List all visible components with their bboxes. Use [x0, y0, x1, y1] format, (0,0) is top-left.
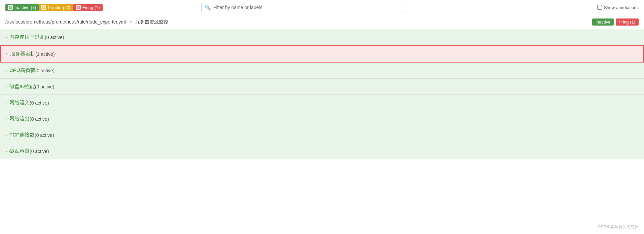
rule-group-count-rg8: (0 active) [30, 149, 49, 154]
breadcrumb-separator: > [129, 19, 132, 25]
rule-group-rg6: ›网络流出 (0 active) [0, 111, 644, 127]
rule-group-rg7: ›TCP连接数 (0 active) [0, 127, 644, 143]
rule-group-count-rg1: (0 active) [45, 35, 64, 40]
show-annotations-container: Show annotations [597, 5, 639, 10]
rule-group-header-rg3[interactable]: ›CPU高负荷 (0 active) [0, 63, 644, 78]
rule-group-count-rg7: (0 active) [35, 132, 54, 138]
rule-group-header-rg7[interactable]: ›TCP连接数 (0 active) [0, 127, 644, 143]
rule-group-header-rg8[interactable]: ›磁盘容量 (0 active) [0, 143, 644, 159]
rule-group-header-rg4[interactable]: ›磁盘IO性能 (0 active) [0, 79, 644, 94]
chevron-icon-rg1: › [5, 35, 7, 40]
rule-group-name-rg2: 服务器宕机 [10, 51, 35, 57]
show-annotations-label: Show annotations [604, 5, 639, 10]
breadcrumb-group: 服务器资源监控 [135, 19, 168, 25]
rule-group-name-rg6: 网络流出 [9, 116, 30, 122]
rule-group-rg4: ›磁盘IO性能 (0 active) [0, 79, 644, 95]
rule-group-header-rg1[interactable]: ›内存使用率过高 (0 active) [0, 29, 644, 45]
rule-group-name-rg4: 磁盘IO性能 [9, 83, 35, 90]
filter-badge-pending[interactable]: Pending (0) [39, 4, 73, 11]
chevron-icon-rg3: › [5, 68, 7, 73]
top-bar: Inactive (7)Pending (0)Firing (1) 🔍 Show… [0, 0, 644, 15]
filter-label-pending: Pending (0) [48, 5, 70, 10]
rule-group-rg5: ›网络流入 (0 active) [0, 95, 644, 111]
filter-checkbox-pending [41, 5, 46, 10]
rule-group-name-rg5: 网络流入 [9, 100, 30, 106]
rule-group-count-rg3: (0 active) [35, 68, 55, 73]
inactive-badge: inactive [592, 18, 614, 26]
show-annotations-checkbox[interactable] [597, 5, 602, 10]
breadcrumb-bar: /usr/local/prometheus/prometheus/rule/no… [0, 15, 644, 29]
chevron-icon-rg4: › [5, 84, 7, 89]
rule-group-count-rg2: (1 active) [35, 51, 55, 57]
filter-label-inactive: Inactive (7) [14, 5, 36, 10]
rules-container: ›内存使用率过高 (0 active)›服务器宕机 (1 active)›CPU… [0, 29, 644, 159]
rule-group-header-rg2[interactable]: ›服务器宕机 (1 active) [1, 46, 643, 62]
rule-group-name-rg1: 内存使用率过高 [9, 34, 45, 40]
filter-checkbox-inactive [8, 5, 13, 10]
rule-group-rg8: ›磁盘容量 (0 active) [0, 143, 644, 159]
search-icon: 🔍 [205, 5, 211, 10]
filter-label-firing: Firing (1) [82, 5, 100, 10]
chevron-icon-rg2: › [6, 52, 7, 56]
breadcrumb: /usr/local/prometheus/prometheus/rule/no… [5, 19, 168, 25]
rule-group-rg2: ›服务器宕机 (1 active) [0, 45, 644, 63]
breadcrumb-path: /usr/local/prometheus/prometheus/rule/no… [5, 19, 126, 25]
firing-badge: firing (1) [616, 18, 639, 26]
status-badges: inactivefiring (1) [592, 18, 639, 26]
rule-group-count-rg6: (0 active) [30, 116, 49, 122]
rule-group-rg1: ›内存使用率过高 (0 active) [0, 29, 644, 45]
filter-badge-firing[interactable]: Firing (1) [73, 4, 103, 11]
chevron-icon-rg6: › [5, 117, 7, 121]
rule-group-name-rg8: 磁盘容量 [9, 148, 30, 154]
rule-group-header-rg6[interactable]: ›网络流出 (0 active) [0, 111, 644, 127]
rule-group-count-rg5: (0 active) [30, 100, 49, 106]
rule-group-header-rg5[interactable]: ›网络流入 (0 active) [0, 95, 644, 111]
filter-badge-inactive[interactable]: Inactive (7) [5, 4, 39, 11]
filter-badges: Inactive (7)Pending (0)Firing (1) [5, 4, 103, 11]
rule-group-name-rg3: CPU高负荷 [9, 67, 35, 74]
rule-group-name-rg7: TCP连接数 [9, 132, 35, 138]
filter-checkbox-firing [76, 5, 81, 10]
chevron-icon-rg7: › [5, 133, 7, 138]
chevron-icon-rg8: › [5, 149, 7, 154]
search-input[interactable] [213, 5, 399, 10]
chevron-icon-rg5: › [5, 101, 7, 105]
search-box: 🔍 [201, 3, 403, 12]
rule-group-count-rg4: (0 active) [35, 84, 55, 89]
rule-group-rg3: ›CPU高负荷 (0 active) [0, 63, 644, 79]
